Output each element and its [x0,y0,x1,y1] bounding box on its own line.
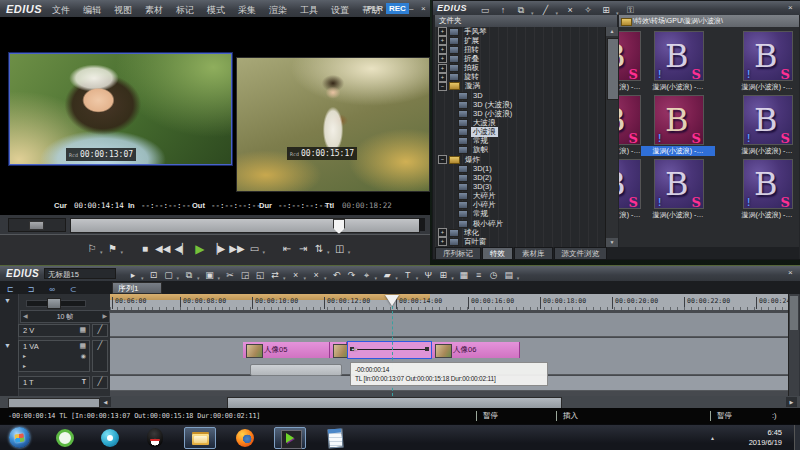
scroll-right-icon[interactable]: ▶ [786,397,797,407]
set-in-point-icon[interactable]: ⇤ [281,241,293,257]
track-grid-icon[interactable]: ▦ [79,342,86,350]
media-app[interactable] [94,427,126,449]
menu-item[interactable]: 视图 [114,4,132,17]
expander-icon[interactable]: + [438,54,447,63]
scroll-up-icon[interactable]: ▲ [606,27,618,36]
tree-item[interactable]: +拍板 [435,64,605,73]
clip-renjian06[interactable]: 人像06 [432,342,520,358]
effect-thumbnail[interactable]: B!S漩涡(小波浪) -… [619,31,639,81]
start-button[interactable] [4,427,36,449]
zoom-level-box[interactable]: ◀ 10 帧 ▶ [20,310,110,323]
display-mode-icon[interactable]: ◫ [334,241,346,257]
tray-expand-icon[interactable]: ▴ [711,434,714,441]
shuttle-control[interactable] [8,218,66,232]
title-track-icon[interactable]: T [82,378,86,385]
position-bar[interactable] [70,218,420,233]
timeline-zoom-slider[interactable] [26,300,86,307]
marker-in-flag-icon[interactable]: ⚐ [86,241,98,257]
effect-thumbnail[interactable]: B!S漩涡(小波浪) -… [619,159,639,209]
effect-thumbnail[interactable]: B!S漩涡(小波浪) -… [619,95,639,145]
close-icon[interactable]: × [421,5,426,13]
close-icon[interactable]: × [788,4,793,12]
clip-audio-waveform[interactable] [250,364,342,376]
expand-icon[interactable]: ▸ [23,352,26,359]
effect-thumbnail[interactable]: B!S漩涡(小波浪) -… [654,159,702,209]
close-icon[interactable]: × [788,269,793,277]
tree-item[interactable]: 3D [435,91,605,100]
menu-item[interactable]: 编辑 [83,4,101,17]
shuttle-thumb[interactable] [29,221,44,230]
track-row-2v[interactable] [110,313,788,337]
tree-item[interactable]: 极小碎片 [435,219,605,228]
rewind-icon[interactable]: ◀◀ [155,241,170,257]
scrollbar-thumb[interactable] [790,296,798,330]
expander-icon[interactable]: + [438,64,447,73]
tree-item[interactable]: +手风琴 [435,27,605,36]
tree-item[interactable]: 常规 [435,137,605,146]
track-pen-1t[interactable]: ╱ [92,376,108,389]
expander-icon[interactable]: + [438,36,447,45]
dropdown-icon[interactable]: ▾ [263,249,266,255]
track-header-1t[interactable]: 1 T T [18,376,90,389]
firefox[interactable] [229,427,261,449]
expand-icon[interactable]: ▸ [23,362,26,369]
fast-forward-icon[interactable]: ▶▶ [229,241,244,257]
selected-transition-region[interactable] [347,341,432,359]
sequence-tab[interactable]: 序列1 [112,282,162,294]
trim-handle[interactable] [425,347,429,351]
prev-frame-icon[interactable]: ◀▏ [174,241,189,257]
menu-item[interactable]: 标记 [176,4,194,17]
stop-icon[interactable]: ■ [139,241,151,257]
effect-thumbnail[interactable]: B!S漩涡(小波浪) -… [743,95,791,145]
collapse-icon[interactable]: ▼ [4,297,11,304]
zoom-in-icon[interactable]: ▶ [102,311,107,322]
position-marker[interactable] [333,219,345,234]
tree-item[interactable]: 3D(2) [435,173,605,182]
tree-item[interactable]: +扩展 [435,36,605,45]
tree-item[interactable]: +扭转 [435,45,605,54]
tree-item[interactable]: 大碎片 [435,192,605,201]
expander-icon[interactable]: + [438,237,447,246]
rec-indicator[interactable]: REC [386,3,409,14]
recorder-preview-image[interactable] [236,57,430,192]
visibility-eye-icon[interactable]: ◉ [81,352,86,359]
expander-icon[interactable]: − [438,155,447,164]
notepad[interactable] [319,427,351,449]
bin-tab[interactable]: 特效 [482,247,513,259]
menu-item[interactable]: 渲染 [269,4,287,17]
dropdown-icon[interactable]: ▾ [121,249,124,255]
scroll-down-icon[interactable]: ▼ [606,238,618,247]
expander-icon[interactable]: + [438,73,447,82]
zoom-slider-thumb[interactable] [47,298,61,309]
tree-item[interactable]: +旋转 [435,73,605,82]
next-frame-icon[interactable]: ▕▶ [210,241,225,257]
effect-thumbnail[interactable]: B!S漩涡(小波浪) -… [654,31,702,81]
track-header-1va[interactable]: 1 VA ▦ ▸ ◉ ▸ [18,340,90,372]
tree-item[interactable]: 3D(3) [435,182,605,191]
browser-360[interactable] [49,427,81,449]
plr-indicator[interactable]: PLR [367,4,383,13]
bin-tab[interactable]: 素材库 [514,247,553,259]
menu-item[interactable]: 模式 [207,4,225,17]
play-icon[interactable]: ▶ [194,241,206,257]
menu-item[interactable]: 采集 [238,4,256,17]
tree-item[interactable]: 小碎片 [435,201,605,210]
clip-renjian05[interactable]: 人像05 [243,342,330,358]
menu-item[interactable]: 工具 [300,4,318,17]
loop-play-icon[interactable]: ▭ [249,241,261,257]
tree-item[interactable]: 旗帜 [435,146,605,155]
tree-item[interactable]: +球化 [435,228,605,237]
collapse-icon[interactable]: ▼ [4,342,11,349]
expander-icon[interactable]: + [438,45,447,54]
track-pen-1va[interactable]: ╱ [92,340,108,372]
dropdown-icon[interactable]: ▾ [100,249,103,255]
tree-item[interactable]: +百叶窗 [435,237,605,246]
tree-item[interactable]: 3D (小波浪) [435,109,605,118]
expander-icon[interactable]: + [438,27,447,36]
dropdown-icon[interactable]: ▾ [327,249,330,255]
expander-icon[interactable]: − [438,82,447,91]
tree-item[interactable]: −爆炸 [435,155,605,164]
add-cut-point-icon[interactable]: ⇅ [313,241,325,257]
effect-thumbnail[interactable]: B!S漩涡(小波浪) -… [743,31,791,81]
track-grid-icon[interactable]: ▦ [79,326,86,334]
